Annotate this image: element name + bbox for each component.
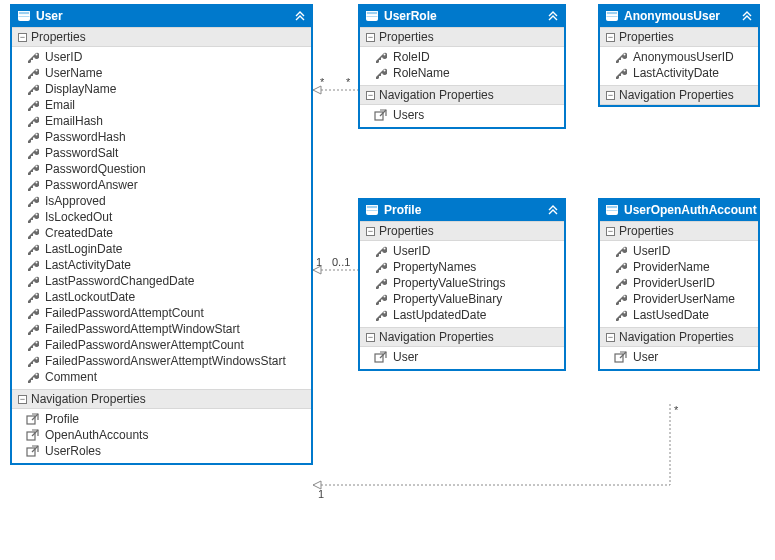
property-row[interactable]: PropertyValueBinary [360,291,564,307]
property-row[interactable]: FailedPasswordAnswerAttemptCount [12,337,311,353]
property-row[interactable]: UserName [12,65,311,81]
property-row[interactable]: DisplayName [12,81,311,97]
property-row[interactable]: UserID [600,243,758,259]
property-row[interactable]: IsApproved [12,193,311,209]
nav-property-row[interactable]: UserRoles [12,443,311,459]
key-icon [614,293,627,306]
key-icon [26,339,39,352]
section-nav-properties[interactable]: − Navigation Properties [600,85,758,105]
property-row[interactable]: LastUpdatedDate [360,307,564,323]
section-properties[interactable]: − Properties [600,221,758,241]
multiplicity-label: * [674,404,678,416]
property-row[interactable]: IsLockedOut [12,209,311,225]
property-row[interactable]: LastLoginDate [12,241,311,257]
multiplicity-label: 1 [316,256,322,268]
minus-icon: − [18,395,27,404]
key-icon [614,261,627,274]
property-row[interactable]: AnonymousUserID [600,49,758,65]
entity-header[interactable]: User [12,6,311,27]
minus-icon: − [606,227,615,236]
property-list: UserID UserName DisplayName Email EmailH… [12,47,311,389]
entity-title: UserOpenAuthAccount [624,203,757,217]
section-nav-properties[interactable]: − Navigation Properties [12,389,311,409]
entity-anonymoususer[interactable]: AnonymousUser − Properties AnonymousUser… [598,4,760,107]
property-row[interactable]: LastUsedDate [600,307,758,323]
key-icon [26,163,39,176]
er-diagram-canvas: { "entities": { "user": { "title": "User… [0,0,775,560]
property-name: FailedPasswordAnswerAttemptCount [45,338,244,352]
property-row[interactable]: Email [12,97,311,113]
chevron-up-icon[interactable] [295,10,305,22]
entity-useropenauthaccount[interactable]: UserOpenAuthAccount − Properties UserID … [598,198,760,371]
property-row[interactable]: UserID [360,243,564,259]
chevron-up-icon[interactable] [742,10,752,22]
minus-icon: − [366,91,375,100]
property-row[interactable]: RoleID [360,49,564,65]
key-icon [614,309,627,322]
nav-property-row[interactable]: User [600,349,758,365]
entity-title: AnonymousUser [624,9,736,23]
section-label: Navigation Properties [31,392,146,406]
property-row[interactable]: LastLockoutDate [12,289,311,305]
property-row[interactable]: PasswordAnswer [12,177,311,193]
property-name: PasswordHash [45,130,126,144]
section-properties[interactable]: − Properties [12,27,311,47]
entity-profile[interactable]: Profile − Properties UserID PropertyName… [358,198,566,371]
nav-property-row[interactable]: Users [360,107,564,123]
entity-icon [606,205,618,215]
entity-header[interactable]: Profile [360,200,564,221]
section-properties[interactable]: − Properties [360,27,564,47]
section-nav-properties[interactable]: − Navigation Properties [360,85,564,105]
entity-header[interactable]: UserRole [360,6,564,27]
key-icon [26,371,39,384]
nav-property-row[interactable]: User [360,349,564,365]
minus-icon: − [366,33,375,42]
property-name: Email [45,98,75,112]
property-row[interactable]: LastPasswordChangedDate [12,273,311,289]
property-row[interactable]: PasswordQuestion [12,161,311,177]
property-row[interactable]: PropertyNames [360,259,564,275]
section-properties[interactable]: − Properties [600,27,758,47]
section-properties[interactable]: − Properties [360,221,564,241]
property-row[interactable]: FailedPasswordAttemptCount [12,305,311,321]
property-row[interactable]: ProviderUserID [600,275,758,291]
property-name: DisplayName [45,82,116,96]
section-label: Properties [31,30,86,44]
property-row[interactable]: ProviderName [600,259,758,275]
section-nav-properties[interactable]: − Navigation Properties [360,327,564,347]
key-icon [374,261,387,274]
minus-icon: − [18,33,27,42]
chevron-up-icon[interactable] [763,204,773,216]
entity-header[interactable]: AnonymousUser [600,6,758,27]
chevron-up-icon[interactable] [548,10,558,22]
property-row[interactable]: Comment [12,369,311,385]
section-label: Properties [619,30,674,44]
nav-icon [26,445,39,458]
property-row[interactable]: FailedPasswordAnswerAttemptWindowsStart [12,353,311,369]
property-name: PasswordSalt [45,146,118,160]
property-name: IsLockedOut [45,210,112,224]
property-row[interactable]: UserID [12,49,311,65]
property-row[interactable]: PasswordHash [12,129,311,145]
property-row[interactable]: ProviderUserName [600,291,758,307]
nav-property-row[interactable]: OpenAuthAccounts [12,427,311,443]
key-icon [374,67,387,80]
section-nav-properties[interactable]: − Navigation Properties [600,327,758,347]
property-row[interactable]: PasswordSalt [12,145,311,161]
chevron-up-icon[interactable] [548,204,558,216]
section-label: Navigation Properties [379,330,494,344]
property-row[interactable]: LastActivityDate [600,65,758,81]
property-row[interactable]: FailedPasswordAttemptWindowStart [12,321,311,337]
key-icon [374,309,387,322]
nav-property-row[interactable]: Profile [12,411,311,427]
property-row[interactable]: LastActivityDate [12,257,311,273]
minus-icon: − [606,333,615,342]
entity-user[interactable]: User − Properties UserID UserName Displa… [10,4,313,465]
entity-icon [606,11,618,21]
entity-header[interactable]: UserOpenAuthAccount [600,200,758,221]
property-row[interactable]: EmailHash [12,113,311,129]
property-row[interactable]: RoleName [360,65,564,81]
entity-userrole[interactable]: UserRole − Properties RoleID RoleName − … [358,4,566,129]
property-row[interactable]: CreatedDate [12,225,311,241]
property-row[interactable]: PropertyValueStrings [360,275,564,291]
